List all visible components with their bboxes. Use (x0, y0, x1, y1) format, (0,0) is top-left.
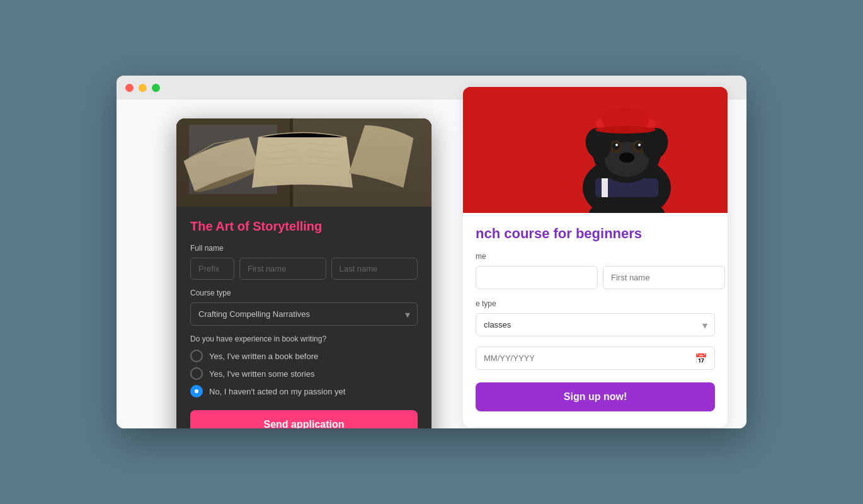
course-type-select[interactable]: Crafting Compelling Narratives (190, 302, 418, 326)
back-prefix-input[interactable] (476, 266, 598, 289)
send-application-button[interactable]: Send application (190, 410, 418, 428)
svg-point-11 (638, 144, 641, 146)
front-card: The Art of Storytelling Full name Course… (176, 118, 432, 428)
name-row (190, 258, 418, 280)
back-card-name-label: me (476, 252, 715, 261)
radio-option-2[interactable]: Yes, I've written some stories (190, 367, 418, 380)
back-date-input[interactable] (476, 346, 715, 370)
svg-point-12 (619, 152, 634, 163)
back-course-type-select[interactable]: classes (476, 313, 715, 336)
chevron-down-icon: ▾ (702, 319, 707, 331)
svg-rect-3 (602, 178, 608, 197)
signup-button[interactable]: Sign up now! (476, 382, 715, 411)
svg-point-17 (633, 112, 639, 118)
radio-option-3[interactable]: No, I haven't acted on my passion yet (190, 385, 418, 398)
radio-button-2 (190, 367, 203, 380)
back-card: nch course for beginners me e type class… (463, 87, 728, 427)
front-card-title: The Art of Storytelling (190, 219, 418, 234)
first-name-input[interactable] (239, 258, 326, 280)
browser-content: nch course for beginners me e type class… (117, 100, 746, 428)
svg-rect-45 (176, 118, 432, 207)
radio-button-1 (190, 350, 203, 362)
maximize-button[interactable] (152, 84, 160, 92)
radio-button-3 (190, 385, 203, 398)
radio-option-1[interactable]: Yes, I've written a book before (190, 350, 418, 362)
full-name-label: Full name (190, 244, 418, 253)
dog-illustration (463, 87, 728, 213)
back-card-body: nch course for beginners me e type class… (463, 213, 728, 424)
back-course-type-select-wrap: classes ▾ (476, 313, 715, 336)
svg-point-9 (635, 142, 643, 150)
front-card-hero-image (176, 118, 432, 207)
course-type-select-wrap: Crafting Compelling Narratives ▾ (190, 302, 418, 326)
svg-point-8 (612, 142, 620, 150)
front-card-body: The Art of Storytelling Full name Course… (176, 207, 432, 428)
close-button[interactable] (125, 84, 134, 92)
back-course-type-label: e type (476, 299, 715, 308)
radio-label-1: Yes, I've written a book before (209, 352, 318, 361)
back-date-wrap: 📅 (476, 346, 715, 370)
course-type-label: Course type (190, 289, 418, 297)
browser-window: nch course for beginners me e type class… (117, 76, 746, 428)
experience-radio-group: Yes, I've written a book before Yes, I'v… (190, 350, 418, 398)
svg-point-10 (615, 144, 618, 146)
prefix-input[interactable] (190, 258, 234, 280)
back-firstname-input[interactable] (603, 266, 725, 289)
experience-label: Do you have experience in book writing? (190, 335, 418, 343)
svg-point-18 (595, 126, 656, 134)
back-card-title: nch course for beginners (476, 226, 715, 242)
back-card-name-row (476, 266, 715, 289)
radio-label-2: Yes, I've written some stories (209, 369, 314, 379)
calendar-icon: 📅 (695, 352, 707, 364)
minimize-button[interactable] (139, 84, 147, 92)
last-name-input[interactable] (331, 258, 418, 280)
back-card-hero-image (463, 87, 728, 213)
radio-label-3: No, I haven't acted on my passion yet (209, 387, 345, 396)
books-illustration (176, 118, 432, 207)
